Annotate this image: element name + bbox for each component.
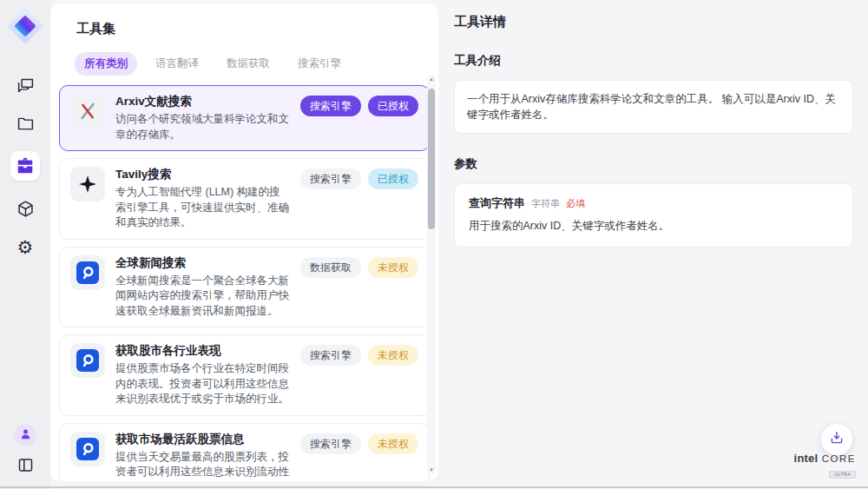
param-type: 字符串 [531,197,560,210]
user-icon [19,427,32,444]
sidebar-item-packages[interactable] [15,198,36,219]
category-badge[interactable]: 搜索引擎 [300,96,361,116]
stock-search-icon [70,343,105,378]
sidebar-item-files[interactable] [15,113,36,134]
tool-list: Arxiv文献搜索 访问各个研究领域大量科学论文和文章的存储库。 搜索引擎 已授… [59,85,430,481]
tool-name: 获取股市各行业表现 [115,343,290,359]
tavily-icon [70,167,105,202]
tool-card-tavily[interactable]: Tavily搜索 专为人工智能代理 (LLM) 构建的搜索引擎工具，可快速提供实… [59,158,430,240]
auth-badge[interactable]: 未授权 [368,433,418,454]
intro-heading: 工具介绍 [454,53,852,69]
category-badge[interactable]: 搜索引擎 [300,169,361,189]
cube-icon [16,200,35,218]
tool-card-active-stocks[interactable]: 获取市场最活跃股票信息 提供当天交易量最高的股票列表，投资者可以利用这些信息来识… [59,423,430,482]
tab-translation[interactable]: 语言翻译 [146,52,208,76]
gear-icon: ⚙ [17,238,34,256]
app-logo [8,9,43,43]
toolset-title: 工具集 [76,21,438,37]
tab-all-categories[interactable]: 所有类别 [75,52,137,76]
sidebar-item-settings[interactable]: ⚙ [15,236,36,257]
tool-card-global-news[interactable]: 全球新闻搜索 全球新闻搜索是一个聚合全球各大新闻网站内容的搜索引擎，帮助用户快速… [59,247,430,328]
intel-brand-text: intel [794,452,819,465]
scrollbar-thumb[interactable] [428,89,435,229]
param-name: 查询字符串 [469,195,525,211]
tool-list-scrollbar[interactable]: ▲ ▼ [427,75,436,474]
tool-desc: 专为人工智能代理 (LLM) 构建的搜索引擎工具，可快速提供实时、准确和真实的结… [115,185,290,231]
auth-badge[interactable]: 已授权 [368,169,418,189]
intro-text: 一个用于从Arxiv存储库搜索科学论文和文章的工具。 输入可以是Arxiv ID… [467,93,836,121]
auth-badge[interactable]: 未授权 [368,345,418,366]
auth-badge[interactable]: 已授权 [368,96,418,116]
tool-card-arxiv[interactable]: Arxiv文献搜索 访问各个研究领域大量科学论文和文章的存储库。 搜索引擎 已授… [59,85,430,151]
news-search-icon [70,255,105,290]
intro-card: 一个用于从Arxiv存储库搜索科学论文和文章的工具。 输入可以是Arxiv ID… [454,80,853,134]
core-brand-text: core [822,453,856,464]
arxiv-icon [70,94,105,129]
sidebar-nav: ⚙ [10,75,40,257]
param-required-flag: 必填 [566,197,585,210]
params-heading: 参数 [454,156,852,172]
scroll-down-arrow[interactable]: ▼ [427,467,436,472]
tool-card-sector-performance[interactable]: 获取股市各行业表现 提供股票市场各个行业在特定时间段内的表现。投资者可以利用这些… [59,334,430,416]
sidebar-item-toolbox[interactable] [10,151,40,181]
param-card: 查询字符串 字符串 必填 用于搜索的Arxiv ID、关键字或作者姓名。 [454,183,853,248]
tool-desc: 全球新闻搜索是一个聚合全球各大新闻网站内容的搜索引擎，帮助用户快速获取全球最新资… [115,274,290,320]
tool-name: 全球新闻搜索 [115,255,290,271]
category-badge[interactable]: 搜索引擎 [300,433,361,454]
stock-search-icon [70,432,105,466]
window-bottom-border [0,486,868,488]
folder-icon [16,115,35,133]
panel-toggle-icon [16,456,35,474]
user-avatar[interactable] [14,424,36,446]
chat-icon [16,76,35,95]
category-badge[interactable]: 数据获取 [300,257,361,278]
intel-core-logo: intel core Ultra [794,451,856,479]
category-badge[interactable]: 搜索引擎 [300,345,361,366]
tool-name: Tavily搜索 [115,167,290,182]
tab-data-fetch[interactable]: 数据获取 [217,52,279,76]
tool-details-panel: 工具详情 工具介绍 一个用于从Arxiv存储库搜索科学论文和文章的工具。 输入可… [438,0,868,489]
sidebar: ⚙ [0,0,50,489]
tab-search-engine[interactable]: 搜索引擎 [288,52,351,76]
scroll-up-arrow[interactable]: ▲ [427,76,436,82]
tool-desc: 提供当天交易量最高的股票列表，投资者可以利用这些信息来识别流动性强的股票和潜在的… [115,450,290,482]
tool-desc: 访问各个研究领域大量科学论文和文章的存储库。 [115,112,290,142]
sidebar-bottom [14,424,36,475]
ultra-badge: Ultra [829,471,856,479]
toolset-panel: 工具集 所有类别 语言翻译 数据获取 搜索引擎 Arxiv文献搜索 访问各个研究… [50,3,438,481]
tool-desc: 提供股票市场各个行业在特定时间段内的表现。投资者可以利用这些信息来识别表现优于或… [115,361,290,407]
sidebar-item-chat[interactable] [15,75,36,96]
briefcase-icon [16,156,35,175]
tool-name: Arxiv文献搜索 [115,94,290,109]
category-tabs: 所有类别 语言翻译 数据获取 搜索引擎 [75,52,438,76]
auth-badge[interactable]: 未授权 [368,257,418,278]
panel-toggle-button[interactable] [15,454,36,475]
details-title: 工具详情 [454,14,852,30]
tool-name: 获取市场最活跃股票信息 [115,432,290,447]
param-desc: 用于搜索的Arxiv ID、关键字或作者姓名。 [469,219,838,234]
download-icon [829,430,845,449]
